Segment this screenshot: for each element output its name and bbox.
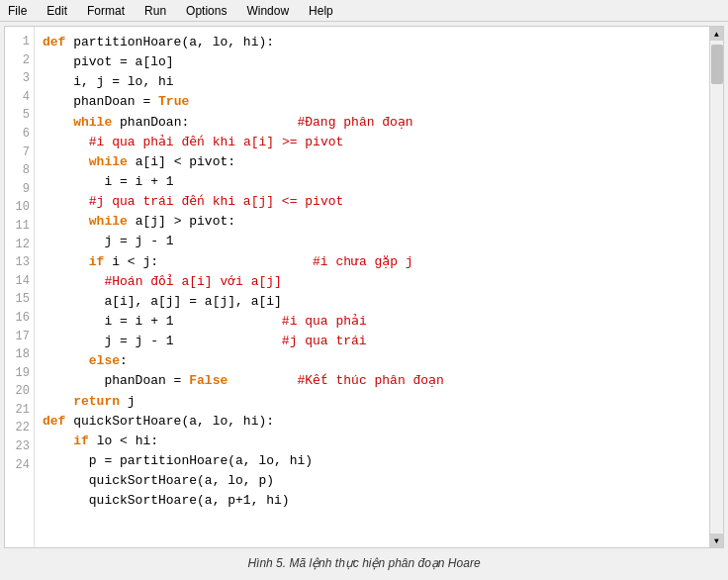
editor: 123456789101112131415161718192021222324 … <box>4 26 724 548</box>
code-line: def quickSortHoare(a, lo, hi): <box>43 412 701 432</box>
line-number: 14 <box>9 272 30 291</box>
code-token <box>43 394 73 409</box>
line-number: 12 <box>9 236 30 254</box>
code-token: j = j - 1 <box>43 234 174 248</box>
menu-window[interactable]: Window <box>242 2 293 20</box>
code-line: i = i + 1 <box>43 172 701 192</box>
code-line: p = partitionHoare(a, lo, hi) <box>43 451 701 471</box>
line-number: 23 <box>9 437 30 456</box>
code-token: i = i + 1 <box>43 314 174 329</box>
line-number: 19 <box>9 364 30 383</box>
code-token: phanDoan = <box>43 373 189 388</box>
keyword-token: return <box>73 394 120 409</box>
line-number: 3 <box>9 69 30 88</box>
comment-token: #j qua trái đến khi a[j] <= pivot <box>89 194 343 209</box>
menubar: File Edit Format Run Options Window Help <box>0 0 728 22</box>
comment-token: #i qua phải <box>282 314 367 329</box>
code-token: quickSortHoare(a, lo, hi): <box>65 414 274 429</box>
code-token: quickSortHoare(a, lo, p) <box>43 473 274 488</box>
code-token: phanDoan: <box>112 115 189 130</box>
code-line: j = j - 1 <box>43 232 701 251</box>
keyword-token: def <box>43 414 65 429</box>
menu-edit[interactable]: Edit <box>43 2 71 20</box>
keyword-token: while <box>89 154 128 169</box>
line-number: 1 <box>9 33 30 51</box>
scrollbar-up-button[interactable]: ▲ <box>710 27 724 41</box>
code-token: i = i + 1 <box>43 174 174 189</box>
code-token <box>43 194 89 209</box>
code-line: #i qua phải đến khi a[i] >= pivot <box>43 133 701 152</box>
keyword-token: False <box>189 373 228 388</box>
code-line: while a[j] > pivot: <box>43 212 701 232</box>
line-number: 10 <box>9 198 30 217</box>
line-number: 20 <box>9 382 30 401</box>
comment-token: #i qua phải đến khi a[i] >= pivot <box>89 135 344 149</box>
code-token <box>174 314 282 329</box>
comment-token: #j qua trái <box>282 334 367 348</box>
code-line: return j <box>43 392 701 412</box>
code-area[interactable]: def partitionHoare(a, lo, hi): pivot = a… <box>35 27 709 547</box>
code-line: else: <box>43 351 701 371</box>
menu-options[interactable]: Options <box>182 2 230 20</box>
line-number: 13 <box>9 253 30 272</box>
code-token: phanDoan = <box>43 94 158 109</box>
comment-token: #Hoán đổi a[i] với a[j] <box>104 274 281 289</box>
code-token <box>43 214 89 229</box>
code-token: quickSortHoare(a, p+1, hi) <box>43 493 290 508</box>
code-token <box>43 154 89 169</box>
code-line: i, j = lo, hi <box>43 72 701 92</box>
code-token: j <box>120 394 136 409</box>
line-number: 24 <box>9 456 30 475</box>
code-line: a[i], a[j] = a[j], a[i] <box>43 292 701 312</box>
comment-token: #i chưa gặp j <box>313 254 412 269</box>
line-number: 2 <box>9 51 30 70</box>
code-token: a[i], a[j] = a[j], a[i] <box>43 294 282 309</box>
code-token: lo < hi: <box>89 434 158 448</box>
keyword-token: else <box>89 353 120 368</box>
code-line: while a[i] < pivot: <box>43 152 701 172</box>
code-token <box>43 135 89 149</box>
menu-file[interactable]: File <box>4 2 31 20</box>
code-token <box>43 115 73 130</box>
code-token: : <box>120 353 128 368</box>
comment-token: #Kết thúc phân đoạn <box>297 373 443 388</box>
code-line: #j qua trái đến khi a[j] <= pivot <box>43 192 701 212</box>
code-line: if i < j: #i chưa gặp j <box>43 252 701 272</box>
code-token: pivot = a[lo] <box>43 54 174 69</box>
code-line: i = i + 1 #i qua phải <box>43 312 701 332</box>
code-token <box>43 274 104 289</box>
code-token: a[i] < pivot: <box>128 154 235 169</box>
menu-help[interactable]: Help <box>305 2 337 20</box>
code-token: i, j = lo, hi <box>43 74 174 89</box>
code-line: #Hoán đổi a[i] với a[j] <box>43 272 701 292</box>
menu-format[interactable]: Format <box>83 2 129 20</box>
line-number: 18 <box>9 345 30 364</box>
line-numbers: 123456789101112131415161718192021222324 <box>5 27 35 547</box>
code-token <box>228 373 297 388</box>
code-line: quickSortHoare(a, p+1, hi) <box>43 491 701 511</box>
code-token <box>43 254 89 269</box>
keyword-token: if <box>73 434 89 448</box>
line-number: 17 <box>9 328 30 346</box>
scrollbar[interactable]: ▲ ▼ <box>709 27 723 547</box>
scrollbar-down-button[interactable]: ▼ <box>710 533 724 547</box>
line-number: 6 <box>9 125 30 144</box>
line-number: 8 <box>9 161 30 180</box>
line-number: 4 <box>9 88 30 107</box>
keyword-token: if <box>89 254 105 269</box>
keyword-token: while <box>73 115 112 130</box>
code-token: i < j: <box>104 254 158 269</box>
scrollbar-thumb[interactable] <box>711 45 723 84</box>
code-token <box>158 254 313 269</box>
code-line: while phanDoan: #Đang phân đoạn <box>43 113 701 133</box>
line-number: 15 <box>9 290 30 309</box>
code-token <box>174 334 282 348</box>
code-line: j = j - 1 #j qua trái <box>43 332 701 351</box>
scrollbar-track <box>710 41 723 533</box>
comment-token: #Đang phân đoạn <box>297 115 412 130</box>
code-line: def partitionHoare(a, lo, hi): <box>43 33 701 52</box>
code-token: partitionHoare(a, lo, hi): <box>65 35 274 49</box>
menu-run[interactable]: Run <box>140 2 170 20</box>
line-number: 9 <box>9 180 30 199</box>
code-line: quickSortHoare(a, lo, p) <box>43 471 701 491</box>
